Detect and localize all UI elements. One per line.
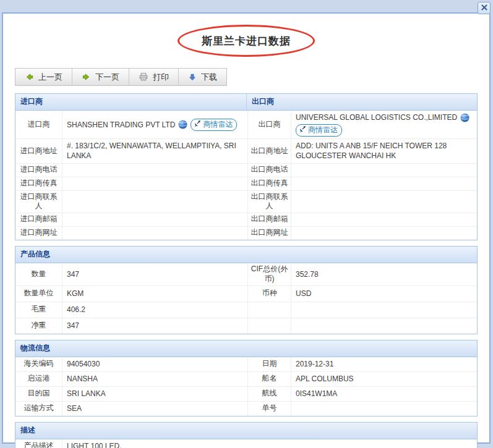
table-row: 海关编码 94054030 日期 2019-12-31 [15, 357, 477, 372]
table-row: 进口商邮箱 出口商邮箱 [15, 213, 477, 227]
importer-fax [62, 177, 248, 190]
page-title: 斯里兰卡进口数据 [202, 34, 291, 48]
field-label: 单号 [248, 402, 291, 416]
field-label [248, 302, 291, 318]
field-label: 进口商传真 [15, 177, 62, 190]
cif-total-value: 352.78 [291, 263, 477, 285]
field-label: 净重 [15, 318, 62, 334]
route-value: 0IS41W1MA [291, 387, 477, 401]
importer-contact [62, 191, 248, 213]
table-row: 启运港 NANSHA 船名 APL COLUMBUS [15, 372, 477, 387]
gross-weight-value: 406.2 [62, 302, 248, 318]
bill-number-value [291, 402, 477, 416]
dialog-panel: 斯里兰卡进口数据 上一页 下一页 [2, 12, 491, 444]
table-row: 目的国 SRI LANKA 航线 0IS41W1MA [15, 387, 477, 402]
table-row: 进口商 SHANSHEN TRADING PVT LTD 商情雷达 出口商 [15, 111, 477, 139]
field-label: 海关编码 [15, 357, 62, 371]
importer-email [62, 213, 248, 226]
business-radar-badge[interactable]: 商情雷达 [296, 124, 342, 137]
table-row: 进口商传真 出口商传真 [15, 177, 477, 191]
field-label: 出口商 [248, 111, 291, 138]
field-label: 出口商邮箱 [248, 213, 291, 226]
transport-mode-value: SEA [62, 402, 248, 416]
print-label: 打印 [153, 72, 169, 83]
table-row: 进口商电话 出口商电话 [15, 164, 477, 177]
radar-badge-label: 商情雷达 [203, 120, 233, 129]
net-weight-value: 347 [62, 318, 248, 334]
page-background: { "window": { "close_icon": "close-x" },… [0, 0, 493, 448]
field-label: 币种 [248, 286, 291, 302]
field-label: 进口商邮箱 [15, 213, 62, 226]
field-label: 进口商电话 [15, 164, 62, 177]
field-label [248, 318, 291, 334]
globe-icon[interactable] [460, 113, 469, 122]
vessel-name-value: APL COLUMBUS [291, 372, 477, 386]
toolbar: 上一页 下一页 打印 下载 [15, 68, 227, 86]
importer-phone [62, 164, 248, 177]
business-radar-badge[interactable]: 商情雷达 [191, 119, 237, 131]
section-header-product: 产品信息 [15, 247, 477, 263]
field-label: 航线 [248, 387, 291, 401]
table-row: 净重 347 [15, 318, 477, 334]
empty-value [291, 302, 477, 318]
globe-icon[interactable] [178, 120, 187, 129]
field-label: 毛重 [15, 302, 62, 318]
table-row: 进口商网址 出口商网址 [15, 227, 477, 240]
print-button[interactable]: 打印 [129, 69, 179, 85]
exporter-phone [291, 164, 477, 177]
importer-address: #. 183/1C/2, WENNAWATTA, WELLAMPTIIYA, S… [62, 139, 248, 163]
prev-page-button[interactable]: 上一页 [15, 69, 72, 85]
download-label: 下载 [201, 72, 217, 83]
field-label: 进口商联系人 [15, 191, 62, 213]
section-header-exporter: 出口商 [246, 94, 477, 110]
download-button[interactable]: 下载 [179, 69, 226, 85]
table-row: 进口商地址 #. 183/1C/2, WENNAWATTA, WELLAMPTI… [15, 139, 477, 163]
satellite-dish-icon [299, 125, 307, 135]
close-button[interactable] [478, 2, 491, 14]
currency-value: USD [291, 286, 477, 302]
close-icon [481, 4, 488, 13]
table-row: 运输方式 SEA 单号 [15, 402, 477, 416]
exporter-email [291, 213, 477, 226]
quantity-value: 347 [62, 263, 248, 285]
table-row: 产品描述 LIGHT 100 LED, [15, 439, 477, 448]
satellite-dish-icon [194, 119, 202, 130]
printer-icon [139, 72, 148, 82]
field-label: 数量 [15, 263, 62, 285]
section-header-logistics: 物流信息 [15, 340, 477, 357]
prev-page-label: 上一页 [38, 72, 62, 83]
importer-name-cell: SHANSHEN TRADING PVT LTD 商情雷达 [62, 111, 248, 138]
table-row: 毛重 406.2 [15, 302, 477, 318]
field-label: 进口商 [15, 111, 62, 138]
destination-country-value: SRI LANKA [62, 387, 248, 401]
title-block: 斯里兰卡进口数据 [3, 25, 489, 57]
detail-tables: 进口商 出口商 进口商 SHANSHEN TRADING PVT LTD 商情雷… [15, 93, 478, 448]
exporter-name-cell: UNIVERSAL GLOBAL LOGISTICS CO.,LIMITED 商… [291, 111, 477, 138]
section-header-importer: 进口商 [15, 94, 246, 110]
exporter-name: UNIVERSAL GLOBAL LOGISTICS CO.,LIMITED [296, 112, 457, 122]
field-label: 运输方式 [15, 402, 62, 416]
section-description: 描述 产品描述 LIGHT 100 LED, 产品描述 2 Electric l… [15, 422, 478, 448]
arrow-left-icon [25, 72, 34, 82]
field-label: 出口商电话 [248, 164, 291, 177]
quantity-unit-value: KGM [62, 286, 248, 302]
importer-name: SHANSHEN TRADING PVT LTD [67, 120, 175, 130]
exporter-contact [291, 191, 477, 213]
field-label: 进口商网址 [15, 227, 62, 240]
importer-website [62, 227, 248, 240]
field-label: 目的国 [15, 387, 62, 401]
table-row: 进口商联系人 出口商联系人 [15, 191, 477, 213]
field-label: 出口商传真 [248, 177, 291, 190]
departure-port-value: NANSHA [62, 372, 248, 386]
field-label: 产品描述 [15, 439, 62, 448]
field-label: 数量单位 [15, 286, 62, 302]
field-label: CIF总价(外币) [248, 263, 291, 285]
product-description-value: LIGHT 100 LED, [62, 439, 477, 448]
exporter-website [291, 227, 477, 240]
arrow-down-icon [188, 73, 197, 82]
field-label: 出口商地址 [248, 139, 291, 163]
empty-value [291, 318, 477, 334]
field-label: 出口商联系人 [248, 191, 291, 213]
field-label: 船名 [248, 372, 291, 386]
next-page-button[interactable]: 下一页 [72, 69, 129, 85]
